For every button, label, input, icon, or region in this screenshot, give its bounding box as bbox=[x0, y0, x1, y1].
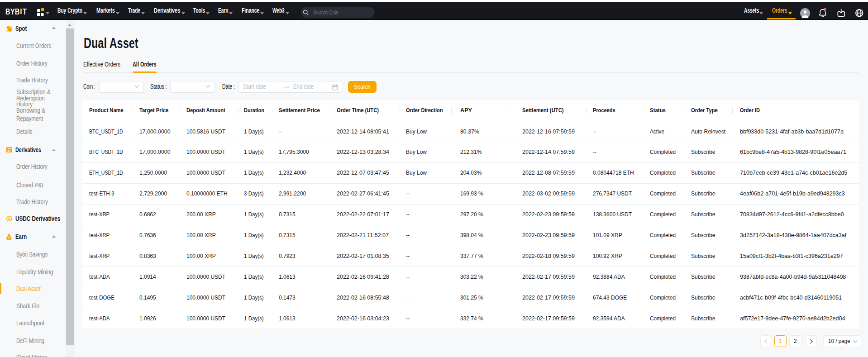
svg-text:S: S bbox=[8, 217, 11, 221]
